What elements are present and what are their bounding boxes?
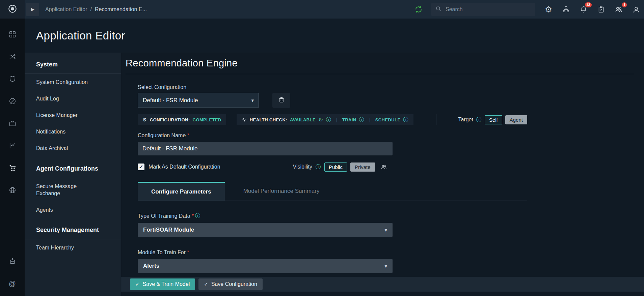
- health-check-icon: [241, 117, 247, 123]
- approvals-clipboard-icon[interactable]: [597, 5, 606, 14]
- configuration-status-chip: ⚙ CONFIGURATION: COMPLETED: [138, 114, 226, 125]
- sidebar-item-system-configuration[interactable]: System Configuration: [25, 74, 102, 90]
- visibility-info-icon[interactable]: ⓘ: [316, 164, 321, 171]
- app-rail: @: [0, 0, 25, 296]
- tab-model-performance-summary[interactable]: Model Performance Summary: [225, 182, 338, 201]
- training-data-info-icon[interactable]: ⓘ: [195, 212, 200, 219]
- sidebar-item-audit-log[interactable]: Audit Log: [25, 90, 102, 107]
- health-info-icon[interactable]: ⓘ: [326, 116, 331, 123]
- main-content: Recommendation Engine Select Configurati…: [121, 53, 644, 296]
- configuration-name-input[interactable]: [138, 142, 393, 155]
- training-data-type-label: Type Of Training Data * ⓘ: [138, 212, 527, 219]
- required-mark: *: [192, 213, 194, 219]
- required-mark: *: [187, 132, 189, 139]
- breadcrumb-parent[interactable]: Application Editor: [45, 6, 87, 12]
- sidebar-expand-button[interactable]: ▶: [26, 3, 39, 16]
- health-check-chip: HEALTH CHECK: AVAILABLE ↻ ⓘ | TRAIN ⓘ | …: [237, 114, 413, 125]
- save-configuration-button[interactable]: ✓ Save Configuration: [198, 278, 263, 290]
- settings-sidebar: System System Configuration Audit Log Li…: [25, 53, 121, 296]
- target-self-toggle[interactable]: Self: [485, 115, 502, 124]
- page-title: Application Editor: [36, 29, 125, 42]
- chevron-down-icon: ▾: [384, 227, 387, 233]
- notifications-bell-icon[interactable]: 13: [579, 5, 588, 14]
- search-input[interactable]: [445, 6, 531, 13]
- tab-configure-parameters[interactable]: Configure Parameters: [138, 182, 225, 201]
- chart-icon[interactable]: [8, 142, 17, 150]
- sync-status-icon[interactable]: [414, 5, 423, 13]
- chevron-down-icon: ▾: [251, 97, 254, 103]
- module-to-train-value: Alerts: [143, 263, 159, 269]
- pending-users-icon[interactable]: 1: [614, 5, 623, 14]
- schedule-link[interactable]: SCHEDULE: [375, 117, 401, 122]
- rail-bottom-icons: @: [8, 257, 17, 296]
- notifications-badge: 13: [585, 2, 592, 7]
- sidebar-item-agents[interactable]: Agents: [25, 202, 102, 218]
- robot-icon[interactable]: [8, 257, 17, 265]
- train-link[interactable]: TRAIN: [342, 117, 356, 122]
- sidebar-section-system: System: [25, 53, 121, 73]
- shuffle-icon[interactable]: [8, 53, 17, 61]
- rail-icon-list: [8, 19, 17, 194]
- training-data-type-dropdown[interactable]: FortiSOAR Module ▾: [138, 223, 393, 237]
- separator: |: [369, 117, 371, 122]
- mark-default-checkbox[interactable]: ✓: [138, 164, 144, 170]
- configuration-name-label: Configuration Name *: [138, 132, 527, 139]
- target-info-icon[interactable]: ⓘ: [476, 116, 482, 123]
- sidebar-item-team-hierarchy[interactable]: Team Hierarchy: [25, 239, 102, 256]
- sidebar-item-secure-message-exchange[interactable]: Secure Message Exchange: [25, 178, 102, 202]
- check-icon: ✓: [139, 164, 143, 170]
- visibility-public-toggle[interactable]: Public: [324, 162, 347, 172]
- compass-icon[interactable]: [8, 97, 17, 105]
- team-icon[interactable]: [380, 164, 387, 170]
- target-label: Target: [458, 117, 473, 123]
- section-title: Recommendation Engine: [126, 53, 644, 69]
- cart-icon[interactable]: [8, 164, 17, 172]
- sidebar-item-data-archival[interactable]: Data Archival: [25, 140, 102, 156]
- search-icon: [435, 6, 441, 13]
- module-to-train-dropdown[interactable]: Alerts ▾: [138, 259, 393, 273]
- globe-icon[interactable]: [8, 186, 17, 194]
- train-info-icon[interactable]: ⓘ: [359, 116, 365, 123]
- gear-icon: ⚙: [142, 117, 147, 123]
- app-logo[interactable]: [0, 0, 25, 19]
- visibility-private-toggle[interactable]: Private: [350, 162, 375, 172]
- configuration-status-value: COMPLETED: [193, 117, 221, 122]
- app-logo-icon: [7, 4, 18, 15]
- briefcase-icon[interactable]: [8, 119, 17, 127]
- check-icon: ✓: [135, 281, 140, 287]
- sidebar-item-notifications[interactable]: Notifications: [25, 123, 102, 140]
- visibility-label: Visibility: [293, 164, 313, 170]
- top-bar: ▶ Application Editor / Recommendation E.…: [25, 0, 644, 19]
- chevron-down-icon: ▾: [384, 263, 387, 269]
- visibility-group: Visibility ⓘ Public Private: [293, 162, 387, 172]
- sidebar-section-security-management: Security Management: [25, 218, 121, 239]
- training-data-type-value: FortiSOAR Module: [143, 227, 194, 233]
- configuration-select[interactable]: Default - FSR Module ▾: [138, 93, 259, 108]
- required-mark: *: [187, 249, 189, 256]
- delete-configuration-button[interactable]: [272, 93, 290, 108]
- settings-gear-icon[interactable]: ⚙: [544, 5, 553, 14]
- health-check-value: AVAILABLE: [290, 117, 316, 122]
- user-avatar-icon[interactable]: [632, 5, 641, 14]
- target-agent-toggle[interactable]: Agent: [505, 115, 527, 124]
- mark-default-row: ✓ Mark As Default Configuration Visibili…: [138, 163, 527, 171]
- status-row: ⚙ CONFIGURATION: COMPLETED HEALTH CHECK:…: [138, 114, 527, 125]
- select-configuration-label: Select Configuration: [138, 84, 527, 90]
- breadcrumb-current: Recommendation E...: [95, 6, 147, 12]
- save-and-train-button[interactable]: ✓ Save & Train Model: [130, 278, 195, 290]
- sidebar-item-license-manager[interactable]: License Manager: [25, 107, 102, 123]
- mentions-icon[interactable]: @: [8, 279, 17, 288]
- check-icon: ✓: [204, 281, 208, 287]
- divider: [126, 74, 634, 74]
- shield-icon[interactable]: [8, 75, 17, 83]
- breadcrumb-separator: /: [90, 6, 92, 12]
- schedule-info-icon[interactable]: ⓘ: [403, 116, 408, 123]
- separator: |: [336, 117, 338, 122]
- topbar-actions: ⚙ 13 1: [414, 3, 644, 16]
- refresh-icon[interactable]: ↻: [318, 116, 323, 123]
- dashboard-grid-icon[interactable]: [8, 30, 17, 38]
- mark-default-label: Mark As Default Configuration: [149, 164, 220, 170]
- configuration-select-value: Default - FSR Module: [143, 97, 198, 104]
- sidebar-section-agent-configurations: Agent Configurations: [25, 157, 121, 178]
- org-chart-icon[interactable]: [562, 5, 570, 14]
